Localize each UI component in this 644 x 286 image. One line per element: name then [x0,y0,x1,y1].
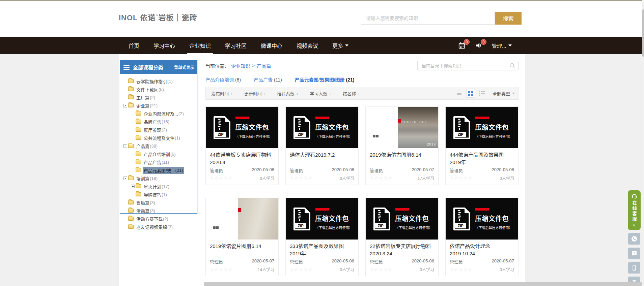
nav-item[interactable]: 微课中心 [254,37,289,54]
sort-option[interactable]: 更新时间 ↓ [244,90,266,97]
knowledge-card[interactable]: ZIP 压缩文件包 （下载后解压方可使用） 22依诺岩板专卖店展厅物料2020.… [365,198,439,276]
folder-icon [128,225,134,229]
red-dash [475,117,489,119]
vertical-scrollbar[interactable] [642,0,644,286]
nav-item[interactable]: 更多 [325,37,356,54]
horizontal-scrollbar[interactable] [204,282,642,286]
nav-item[interactable]: 学习中心 [146,37,182,54]
tree-expander-icon[interactable]: - [123,177,127,180]
dir-search-input[interactable] [417,61,519,70]
nav-items: 首页 学习中心 企业知识 学习社区 微课中心 视频会议 更多 [121,37,356,54]
hamburger-icon[interactable] [123,65,130,70]
calendar-icon[interactable]: 0 [458,42,466,49]
tree-item[interactable]: 云学院操作指引(1) [121,77,196,85]
zip-file-icon: ZIP [292,116,311,140]
scrollbar-thumb[interactable] [642,9,644,57]
card-learners: 0人学习 [500,266,514,272]
tree-item[interactable]: 老友记视频集锦(3) [121,223,196,231]
folder-icon [128,87,134,91]
tree-item[interactable]: - 培训篇(18) [121,174,196,182]
card-title: 44依诺岩板专卖店展厅物料2020.4 [210,151,274,166]
card-date: 2020-05-07 [492,258,514,265]
admin-menu[interactable]: 管理... [492,42,512,49]
svg-text:ZIP: ZIP [457,132,463,136]
sort-option[interactable]: 推荐系数 ↓ [277,90,299,97]
tree-item[interactable]: - 企业篇(21) [121,101,196,109]
tree-item[interactable]: 文件下载区(5) [121,85,196,93]
tree-item[interactable]: 活动篇(3) [121,206,196,215]
tree-item[interactable]: 导购技巧(1) [121,190,196,198]
logo: INOL 依诺`岩板｜瓷砖 [119,11,197,22]
tree-item[interactable]: 展厅参观(2) [121,126,196,134]
card-thumbnail-zip: ZIP 压缩文件包 （下载后解压方可使用） [366,198,438,240]
tree-expander-icon[interactable]: - [123,144,127,148]
knowledge-card[interactable]: ZIP 压缩文件包 （下载后解压方可使用） 通体大理石2019.7.2 管理员 … [285,106,359,185]
brand-mark [373,133,379,139]
card-learners: 17人学习 [418,175,434,181]
mobile-app-button[interactable] [628,262,640,274]
tree-count: (3) [150,200,155,205]
svg-text:ZIP: ZIP [457,224,463,228]
knowledge-card[interactable]: ZIP 压缩文件包 （下载后解压方可使用） 444依诺产品图及效果图2019年 … [445,106,519,185]
knowledge-card[interactable]: 2019依诺瓷片图册6.14 管理员 2020-05-07 ☆☆☆☆☆ 14人学… [205,198,279,276]
red-square-mark [398,119,401,123]
card-info: 22依诺岩板专卖店展厅物料2020.3.24 管理员 2020-05-08 ☆☆… [366,240,438,276]
nav-item[interactable]: 学习社区 [218,37,254,54]
tree-item[interactable]: - 产品篇(38) [121,142,196,150]
knowledge-card[interactable]: ZIP 压缩文件包 （下载后解压方可使用） 依诺产品设计理念2019.10.24… [445,198,519,276]
tree-expander-icon[interactable]: - [123,104,127,107]
folder-icon [128,144,134,148]
tree-count: (38) [150,144,158,149]
card-date: 2020-05-08 [492,167,514,173]
tree-item[interactable]: 工厂篇(2) [121,93,196,101]
feedback-button[interactable] [628,248,640,259]
menu-mode-toggle[interactable]: 菜单式显示 [174,64,194,70]
tree-item[interactable]: 产品介绍培训(6) [121,150,196,158]
speaker-icon[interactable]: 0 [475,42,482,49]
nav-item[interactable]: 视频会议 [289,37,325,54]
card-title: 通体大理石2019.7.2 [290,151,354,166]
tree-item[interactable]: 活动方案下载(2) [121,215,196,223]
sort-option[interactable]: 学习人数 ↓ [310,90,332,97]
category-tab[interactable]: 产品介绍培训 (6) [205,76,241,83]
online-service-button[interactable]: 在线客服 » [628,190,641,230]
zip-file-icon: ZIP [372,207,391,231]
breadcrumb-link[interactable]: 产品篇 [257,62,271,69]
tree-item[interactable]: 企业内部流程及...(2) [121,109,196,118]
card-title: 333依诺产品图及效果图2019年 [290,243,354,257]
knowledge-card[interactable]: ZIP 压缩文件包 （下载后解压方可使用） 333依诺产品图及效果图2019年 … [285,198,359,276]
tree-label: 培训篇 [136,175,149,182]
tree-item[interactable]: 品牌广告(16) [121,118,196,126]
tree-item[interactable]: + 星火计划(17) [121,182,196,190]
category-tab[interactable]: 产品元素图/效果图/图册 (21) [295,76,355,83]
knowledge-card[interactable]: RUSTIC TILE 2019 2019依诺仿古图册6.14 管理员 2020… [365,106,439,185]
card-thumbnail-zip: ZIP 压缩文件包 （下载后解压方可使用） [446,107,518,148]
folder-icon [128,217,134,221]
tree-item[interactable]: 产品元素图/效...(21) [121,166,196,174]
tree-count: (21) [175,168,183,173]
search-button[interactable]: 搜索 [495,12,522,25]
sort-option[interactable]: 按名称 ↓ [343,90,360,97]
sort-option[interactable]: 发布时间 ↓ [211,90,233,97]
sort-down-icon: ↓ [358,91,360,96]
tree-item[interactable]: 公共流程及文件(1) [121,134,196,142]
card-author: 管理员 [450,167,463,173]
view-detail-icon[interactable] [478,89,486,98]
tree-item[interactable]: 产品广告(11) [121,158,196,166]
category-tab[interactable]: 产品广告 (11) [254,76,282,83]
red-dash [315,208,329,211]
tree-item[interactable]: 售后篇(3) [121,198,196,206]
view-grid-icon[interactable] [466,89,475,98]
type-filter[interactable]: 全部类型 [493,90,515,97]
breadcrumb-link[interactable]: 企业知识 [231,62,250,69]
nav-item[interactable]: 首页 [121,37,146,54]
view-list-icon[interactable] [455,89,464,98]
search-input[interactable] [361,12,495,25]
nav-item[interactable]: 企业知识 [182,37,218,54]
knowledge-card[interactable]: ZIP 压缩文件包 （下载后解压方可使用） 44依诺岩板专卖店展厅物料2020.… [205,106,279,185]
phone-contact-button[interactable] [628,233,640,245]
cover-year: 2019 [427,142,436,146]
sort-down-icon: ↓ [263,91,266,96]
nav-item-label: 学习社区 [225,41,247,50]
tree-expander-icon[interactable]: + [131,185,135,188]
